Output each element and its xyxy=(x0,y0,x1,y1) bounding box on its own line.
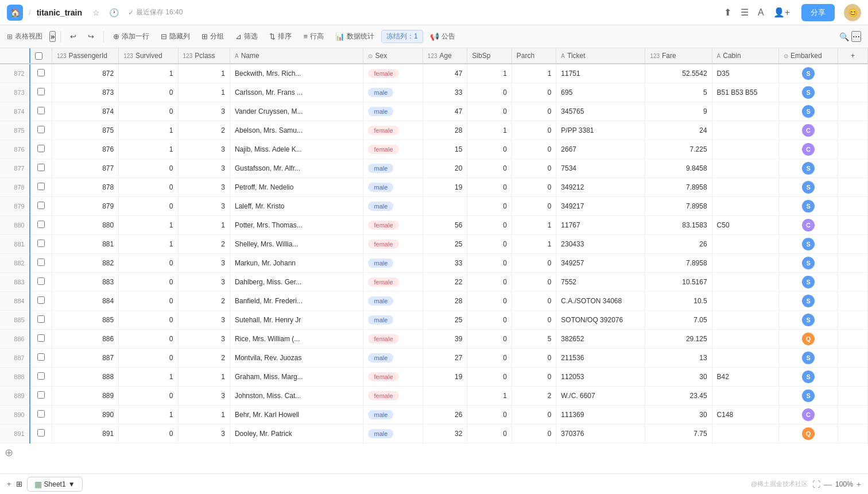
undo-button[interactable]: ↩ xyxy=(65,30,81,43)
add-row-button[interactable]: ⊕添加一行 xyxy=(108,29,154,44)
add-sheet-button[interactable]: + xyxy=(7,480,11,488)
table-row[interactable]: 87987903Laleff, Mr. Kristomale003492177.… xyxy=(0,197,868,216)
search-icon[interactable]: 🔍 xyxy=(839,32,849,41)
table-row[interactable]: 88788702Montvila, Rev. Juozasmale2700211… xyxy=(0,349,868,368)
col-header-pclass[interactable]: 123Pclass xyxy=(178,48,230,64)
col-header-age[interactable]: 123Age xyxy=(423,48,467,64)
cell-parch: 0 xyxy=(512,311,556,330)
col-header-sex[interactable]: ⊙Sex xyxy=(363,48,423,64)
announce-button[interactable]: 📢公告 xyxy=(425,29,460,44)
col-header-fare[interactable]: 123Fare xyxy=(645,48,712,64)
col-header-cabin[interactable]: ACabin xyxy=(712,48,778,64)
col-header-sibsp[interactable]: SibSp xyxy=(467,48,512,64)
row-checkbox[interactable] xyxy=(37,372,45,380)
table-row[interactable]: 88588503Sutehall, Mr. Henry Jrmale2500SO… xyxy=(0,311,868,330)
sort-button[interactable]: ⇅排序 xyxy=(265,29,296,44)
row-checkbox[interactable] xyxy=(37,69,45,76)
zoom-out-button[interactable]: — xyxy=(824,480,832,489)
row-checkbox-cell xyxy=(30,159,52,178)
row-index: 876 xyxy=(0,140,30,159)
row-checkbox[interactable] xyxy=(37,107,45,114)
row-height-button[interactable]: ≡行高 xyxy=(299,29,328,44)
cell-survived: 0 xyxy=(119,387,178,406)
star-icon[interactable]: ☆ xyxy=(90,6,102,20)
cell-name: Vander Cruyssen, M... xyxy=(230,102,363,121)
table-row[interactable]: 87687613Najib, Miss. Adele K...female150… xyxy=(0,140,868,159)
expand-view-button[interactable]: » xyxy=(49,31,56,42)
row-checkbox[interactable] xyxy=(37,296,45,304)
row-index: 889 xyxy=(0,387,30,406)
row-checkbox[interactable] xyxy=(37,202,45,209)
table-row[interactable]: 87587512Abelson, Mrs. Samu...female2810P… xyxy=(0,121,868,140)
row-checkbox[interactable] xyxy=(37,183,45,190)
row-checkbox[interactable] xyxy=(37,145,45,152)
menu-icon[interactable]: ☰ xyxy=(741,7,749,18)
redo-button[interactable]: ↪ xyxy=(83,30,99,43)
cell-embarked: S xyxy=(778,292,838,311)
group-button[interactable]: ⊞分组 xyxy=(197,29,228,44)
row-checkbox-cell xyxy=(30,311,52,330)
row-checkbox[interactable] xyxy=(37,410,45,418)
export-icon[interactable]: ⬆ xyxy=(724,7,731,18)
home-icon[interactable]: 🏠 xyxy=(7,5,23,21)
cell-cabin xyxy=(712,159,778,178)
table-row[interactable]: 89089011Behr, Mr. Karl Howellmale2600111… xyxy=(0,406,868,424)
col-header-ticket[interactable]: ATicket xyxy=(556,48,645,64)
table-row[interactable]: 88888811Graham, Miss. Marg...female19001… xyxy=(0,368,868,387)
cell-cabin: C50 xyxy=(712,216,778,235)
frozen-badge[interactable]: 冻结列：1 xyxy=(381,30,423,43)
table-row[interactable]: 87487403Vander Cruyssen, M...male4700345… xyxy=(0,102,868,121)
row-checkbox[interactable] xyxy=(37,315,45,323)
col-header-passengerid[interactable]: 123PassengerId xyxy=(52,48,118,64)
layers-icon[interactable]: ⊞ xyxy=(16,480,22,488)
fullscreen-icon[interactable]: ⛶ xyxy=(812,480,820,489)
row-checkbox[interactable] xyxy=(37,164,45,171)
zoom-in-button[interactable]: + xyxy=(857,480,861,489)
col-header-name[interactable]: AName xyxy=(230,48,363,64)
more-options-icon[interactable]: ⋯ xyxy=(851,31,861,42)
history-icon[interactable]: 🕐 xyxy=(107,6,121,20)
table-row[interactable]: 88188112Shelley, Mrs. Willia...female250… xyxy=(0,235,868,254)
hide-columns-button[interactable]: ⊟隐藏列 xyxy=(156,29,195,44)
row-checkbox[interactable] xyxy=(37,391,45,399)
select-all-checkbox[interactable] xyxy=(35,52,42,60)
row-checkbox[interactable] xyxy=(37,88,45,95)
stats-button[interactable]: 📊数据统计 xyxy=(331,29,379,44)
row-checkbox-cell xyxy=(30,64,52,83)
row-checkbox[interactable] xyxy=(37,221,45,228)
sex-badge: female xyxy=(368,372,398,381)
row-checkbox[interactable] xyxy=(37,240,45,247)
table-row[interactable]: 87287211Beckwith, Mrs. Rich...female4711… xyxy=(0,64,868,83)
table-row[interactable]: 88988903Johnston, Miss. Cat...female12W.… xyxy=(0,387,868,406)
add-user-icon[interactable]: 👤+ xyxy=(773,7,790,18)
table-row[interactable]: 89189103Dooley, Mr. Patrickmale320037037… xyxy=(0,424,868,443)
sheet-dropdown-icon[interactable]: ▼ xyxy=(68,480,75,488)
table-row[interactable]: 88688603Rice, Mrs. William (...female390… xyxy=(0,330,868,349)
row-checkbox[interactable] xyxy=(37,277,45,285)
add-row-bottom-button[interactable]: ⊕ xyxy=(0,443,868,462)
sheet-tab-sheet1[interactable]: ▦ Sheet1 ▼ xyxy=(27,477,83,492)
col-header-embarked[interactable]: ⊙Embarked xyxy=(778,48,838,64)
cell-fare: 9 xyxy=(645,102,712,121)
filter-button[interactable]: ⊿筛选 xyxy=(231,29,262,44)
table-row[interactable]: 87787703Gustafsson, Mr. Alfr...male20007… xyxy=(0,159,868,178)
table-row[interactable]: 88288203Markun, Mr. Johannmale3300349257… xyxy=(0,254,868,273)
table-row[interactable]: 88488402Banfield, Mr. Frederi...male2800… xyxy=(0,292,868,311)
row-checkbox[interactable] xyxy=(37,258,45,266)
row-checkbox[interactable] xyxy=(37,126,45,133)
table-row[interactable]: 88088011Potter, Mrs. Thomas...female5601… xyxy=(0,216,868,235)
table-row[interactable]: 88388303Dahlberg, Miss. Ger...female2200… xyxy=(0,273,868,292)
add-column-icon[interactable]: + xyxy=(851,52,855,60)
row-checkbox[interactable] xyxy=(37,429,45,437)
table-row[interactable]: 87387301Carlsson, Mr. Frans ...male33006… xyxy=(0,83,868,102)
cell-embarked: S xyxy=(778,235,838,254)
col-header-add[interactable]: + xyxy=(838,48,868,64)
grid-container[interactable]: 123PassengerId 123Survived 123Pclass ANa… xyxy=(0,48,868,473)
text-size-icon[interactable]: A xyxy=(758,7,764,18)
col-header-survived[interactable]: 123Survived xyxy=(119,48,178,64)
share-button[interactable]: 分享 xyxy=(801,4,835,21)
col-header-parch[interactable]: Parch xyxy=(512,48,556,64)
row-checkbox[interactable] xyxy=(37,334,45,342)
table-row[interactable]: 87887803Petroff, Mr. Nedeliomale19003492… xyxy=(0,178,868,197)
row-checkbox[interactable] xyxy=(37,353,45,361)
